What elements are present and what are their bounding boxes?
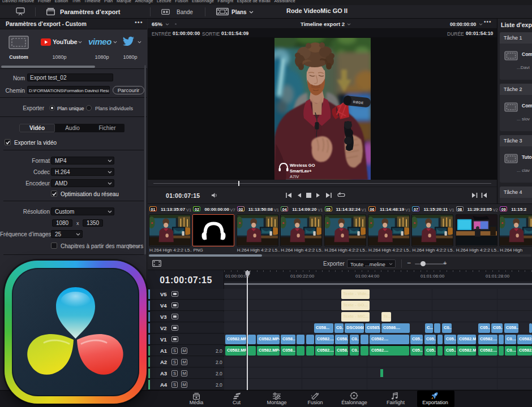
svg-text:SmartLav+: SmartLav+ [290,168,312,174]
svg-text:A7IV: A7IV [290,174,299,179]
svg-text:Wireless GO: Wireless GO [290,163,315,168]
